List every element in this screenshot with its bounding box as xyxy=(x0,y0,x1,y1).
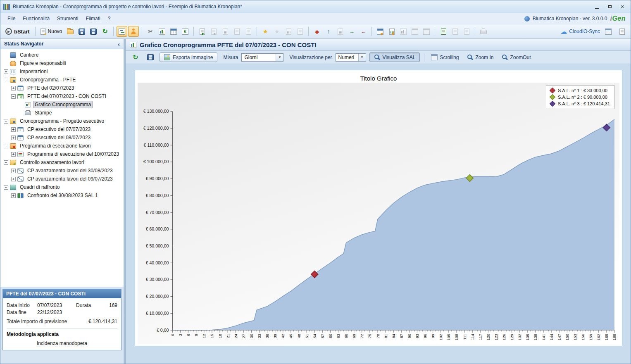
star-glyph-icon xyxy=(274,29,280,35)
tree-item-confronto-del-30-08-2023-sal-1[interactable]: +Confronto del 30/08/2023 SAL 1 xyxy=(2,191,124,200)
status-navigator-panel: Status Navigator ‹ CantiereFigure e resp… xyxy=(0,39,124,364)
foldchart-icon xyxy=(10,77,16,83)
menu-item-file[interactable]: File xyxy=(4,14,19,23)
cloud-sync-button[interactable]: CloudIO-Sync xyxy=(560,29,600,35)
refresh-icon[interactable] xyxy=(100,26,110,37)
gantt-view-icon[interactable] xyxy=(117,26,127,37)
collapse-icon[interactable]: − xyxy=(11,94,16,99)
maximize-button[interactable] xyxy=(604,2,615,11)
bars-glyph-icon xyxy=(159,29,165,35)
expand-icon[interactable]: + xyxy=(11,152,16,157)
tree-item-cp-esecutivo-del-08-07-2023[interactable]: +CP esecutivo del 08/07/2023 xyxy=(2,133,124,142)
main-area: Status Navigator ‹ CantiereFigure e resp… xyxy=(0,39,631,364)
toolbar-separator xyxy=(142,27,142,36)
outdent-task-icon[interactable] xyxy=(358,26,369,37)
collapse-icon[interactable]: − xyxy=(4,160,8,165)
notes-icon[interactable] xyxy=(438,26,449,37)
bstart-button[interactable]: ▶ bStart xyxy=(4,27,33,36)
cost-curve-chart: € 0,00€ 10.000,00€ 20.000,00€ 30.000,00€… xyxy=(138,83,619,344)
collapse-icon[interactable]: − xyxy=(4,119,8,124)
tree-item-pfte-del-07-07-2023-con-costi[interactable]: −PFTE del 07/07/2023 - CON COSTI xyxy=(2,92,124,100)
expand-icon[interactable]: + xyxy=(11,86,16,90)
expand-icon[interactable]: + xyxy=(11,127,16,132)
tree-item-cronoprogramma-progetto-esecutivo[interactable]: −Cronoprogramma - Progetto esecutivo xyxy=(2,117,124,125)
expand-icon[interactable]: + xyxy=(11,136,16,140)
misura-select[interactable]: Giorni ▼ xyxy=(241,53,283,62)
tree-item-quadri-di-raffronto[interactable]: −Quadri di raffronto xyxy=(2,183,124,191)
edit-calendar-icon[interactable] xyxy=(375,26,386,37)
chart-region: Titolo Grafico S.A.L. n° 1 : € 33.000,00… xyxy=(126,64,631,364)
move-up-icon[interactable] xyxy=(323,26,334,37)
chart-refresh-button[interactable] xyxy=(130,52,141,62)
printer-icon xyxy=(25,111,31,115)
visualizza-sal-button[interactable]: Visualizza SAL xyxy=(369,52,420,62)
chevron-down-icon[interactable]: ▼ xyxy=(358,54,366,61)
tree-item-cantiere[interactable]: Cantiere xyxy=(2,51,124,59)
visualizzazione-select[interactable]: Numeri ▼ xyxy=(336,53,366,62)
y-tick-label: € 130.000,00 xyxy=(143,109,169,114)
tree-item-programma-di-esecuzione-del-10-07-2023[interactable]: +Programma di esecuzione del 10/07/2023 xyxy=(2,150,124,158)
save-all-icon[interactable] xyxy=(88,26,99,37)
y-tick-label: € 0,00 xyxy=(157,328,169,333)
menu-item-funzionalita[interactable]: Funzionalità xyxy=(19,14,53,23)
edit-chart-icon[interactable] xyxy=(386,26,397,37)
tree-item-cp-avanzamento-lavori-del-09-07-2023[interactable]: +CP avanzamento lavori del 09/07/2023 xyxy=(2,175,124,183)
igen-logo: iGen xyxy=(610,15,626,22)
foldchart-icon xyxy=(10,119,16,124)
tree-item-label: Figure e responsabili xyxy=(18,59,67,67)
tree-item-impostazioni[interactable]: +Impostazioni xyxy=(2,67,124,76)
tree-item-cp-esecutivo-del-07-07-2023[interactable]: +CP esecutivo del 07/07/2023 xyxy=(2,125,124,133)
tree-item-controllo-avanzamento-lavori[interactable]: −Controllo avanzamento lavori xyxy=(2,158,124,167)
expand-icon[interactable]: + xyxy=(11,177,16,181)
new-phase-icon[interactable] xyxy=(260,26,271,37)
tree-item-stampe[interactable]: Stampe xyxy=(2,109,124,117)
bars-glyph-icon xyxy=(400,29,407,35)
cost-table-icon[interactable] xyxy=(180,26,190,37)
tree-item-programma-di-esecuzione-lavori[interactable]: −Programma di esecuzione lavori xyxy=(2,142,124,150)
tree-item-cronoprogramma-pfte[interactable]: −Cronoprogramma - PFTE xyxy=(2,76,124,84)
info-panel-body: Data inizio 07/07/2023 Durata 169 Data f… xyxy=(3,298,121,350)
zoom-out-button[interactable]: ZoomOut xyxy=(499,52,533,62)
tree-item-figure-e-responsabili[interactable]: Figure e responsabili xyxy=(2,59,124,67)
sync-report-button[interactable] xyxy=(617,26,627,37)
statistics-icon[interactable] xyxy=(157,26,167,37)
collapse-icon[interactable]: − xyxy=(4,78,8,82)
esporta-immagine-button[interactable]: Esporta Immagine xyxy=(160,52,217,62)
milestone-icon[interactable] xyxy=(312,26,322,37)
nuovo-button[interactable]: Nuovo xyxy=(38,28,65,36)
x-tick-label: 144 xyxy=(549,334,554,340)
minimize-button[interactable] xyxy=(591,2,602,11)
open-project-icon[interactable] xyxy=(65,26,76,37)
menu-item-filmati[interactable]: Filmati xyxy=(82,14,104,23)
close-button[interactable]: × xyxy=(617,2,628,11)
save-icon[interactable] xyxy=(76,26,87,37)
resources-view-icon[interactable] xyxy=(128,26,139,37)
export-image-icon[interactable] xyxy=(197,26,207,37)
bstart-label: bStart xyxy=(14,29,30,35)
chart-save-button[interactable] xyxy=(145,52,156,62)
indent-task-icon[interactable] xyxy=(346,26,357,37)
cal-icon xyxy=(17,86,24,91)
zoom-in-button[interactable]: Zoom In xyxy=(464,52,496,62)
expand-icon[interactable]: + xyxy=(11,169,16,173)
collapse-sidebar-button[interactable]: ‹ xyxy=(118,41,120,47)
menu-item-strumenti[interactable]: Strumenti xyxy=(53,14,82,23)
zoom-out-icon xyxy=(502,54,508,60)
tree-item-pfte-del-02-07-2023[interactable]: +PFTE del 02/07/2023 xyxy=(2,84,124,92)
sync-users-button[interactable] xyxy=(603,26,614,37)
collapse-icon[interactable]: − xyxy=(4,185,8,190)
tree-item-cp-avanzamento-lavori-del-30-08-2023[interactable]: +CP avanzamento lavori del 30/08/2023 xyxy=(2,167,124,175)
menu-item-help[interactable]: ? xyxy=(104,14,114,23)
tree-item-grafico-cronoprogramma[interactable]: Grafico Cronoprogramma xyxy=(2,100,124,109)
progress-icon xyxy=(17,168,24,174)
chevron-down-icon[interactable]: ▼ xyxy=(276,54,283,61)
scrolling-button[interactable]: Scrolling xyxy=(429,52,461,62)
expand-icon[interactable]: + xyxy=(4,69,8,74)
sal-diamond-icon xyxy=(550,88,555,93)
image-icon xyxy=(164,54,170,60)
expand-icon[interactable]: + xyxy=(11,193,16,198)
calendar-icon[interactable] xyxy=(168,26,179,37)
tools-icon[interactable] xyxy=(145,26,156,37)
collapse-icon[interactable]: − xyxy=(4,144,8,148)
x-tick-label: 27 xyxy=(241,334,246,338)
